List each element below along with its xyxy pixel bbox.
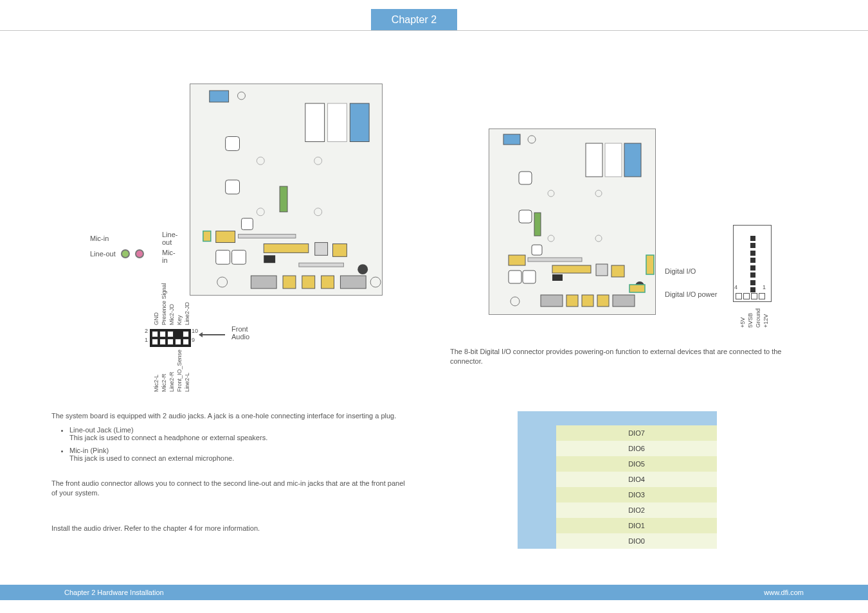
- svg-rect-36: [519, 172, 532, 184]
- pink-jack-icon: [135, 249, 144, 258]
- svg-point-1: [238, 92, 246, 100]
- line-out-jack-title: Line-out Jack (Lime): [69, 426, 134, 434]
- pin-label-mic2r: Mic2-R: [161, 374, 167, 393]
- table-cell: [518, 472, 556, 487]
- front-audio-pin-header: [150, 329, 191, 347]
- pin-num-10: 10: [192, 328, 198, 334]
- table-cell: DIO1: [556, 518, 717, 533]
- motherboard-diagram-left: [190, 84, 383, 296]
- pin4-label-1: 1: [763, 284, 766, 290]
- svg-rect-14: [239, 235, 296, 238]
- svg-rect-9: [280, 186, 287, 212]
- line-out-jack-body: This jack is used to connect a headphone…: [69, 434, 411, 441]
- table-cell: [518, 518, 556, 533]
- svg-rect-60: [629, 285, 645, 292]
- divider: [0, 30, 868, 31]
- pin-label-gnd: GND: [153, 312, 159, 325]
- svg-point-32: [528, 136, 536, 143]
- svg-rect-30: [203, 231, 211, 242]
- svg-point-37: [548, 190, 554, 197]
- table-cell: DIO0: [556, 533, 717, 549]
- pin-label-key: Key: [176, 315, 183, 325]
- pin4-label-4: 4: [734, 284, 737, 290]
- pin-label-presence: Presence Signal: [161, 283, 167, 325]
- table-cell: DIO6: [556, 441, 717, 456]
- svg-rect-35: [624, 143, 641, 177]
- right-column: Digital I/O Digital I/O power 4 1 +5V 5V…: [450, 129, 810, 366]
- svg-rect-49: [611, 265, 624, 277]
- digital-io-paragraph: The 8-bit Digital I/O connector provides…: [450, 347, 810, 366]
- svg-rect-22: [232, 250, 246, 264]
- svg-rect-4: [350, 103, 369, 142]
- svg-point-10: [257, 208, 264, 216]
- front-audio-paragraph: The front audio connector allows you to …: [51, 479, 411, 498]
- svg-rect-45: [528, 258, 582, 262]
- power-pin-ground: Ground: [755, 308, 761, 328]
- svg-rect-15: [264, 244, 309, 253]
- svg-rect-19: [299, 263, 344, 267]
- digital-io-power-pinheader: [736, 293, 765, 299]
- svg-rect-40: [534, 213, 541, 236]
- table-cell: [518, 456, 556, 472]
- digital-io-connector-detail: [733, 225, 772, 302]
- svg-rect-53: [541, 295, 563, 306]
- svg-rect-33: [586, 143, 602, 177]
- svg-point-28: [217, 277, 228, 287]
- table-header-pin: [518, 411, 556, 425]
- power-pin-5vsb: 5VSB: [747, 313, 754, 328]
- footer-right: www.dfi.com: [764, 589, 804, 596]
- chapter-tab: Chapter 2: [371, 9, 457, 31]
- svg-rect-52: [523, 271, 536, 283]
- svg-point-7: [314, 157, 322, 164]
- svg-rect-54: [566, 295, 578, 306]
- lime-jack-icon: [121, 249, 130, 258]
- svg-point-11: [314, 208, 322, 216]
- pin-label-mic2jd: Mic2-JD: [168, 304, 175, 325]
- svg-point-42: [595, 235, 602, 242]
- table-cell: [518, 487, 556, 502]
- page: Chapter 2: [0, 0, 868, 613]
- svg-rect-27: [340, 276, 366, 289]
- pin-label-line2r: Line2-R: [168, 371, 175, 392]
- pin-label-fiosense: Front_IO_Sense: [176, 350, 183, 392]
- svg-rect-25: [302, 276, 315, 289]
- digital-io-power-label: Digital I/O power: [665, 290, 717, 298]
- table-cell: [518, 425, 556, 441]
- svg-rect-8: [226, 180, 240, 194]
- table-cell: DIO4: [556, 472, 717, 487]
- pin-label-line2jd: Line2-JD: [184, 302, 190, 325]
- footer-left: Chapter 2 Hardware Installation: [64, 589, 164, 596]
- svg-rect-17: [315, 242, 328, 255]
- svg-rect-3: [328, 103, 347, 142]
- table-cell: DIO3: [556, 487, 717, 502]
- pin-num-9: 9: [192, 337, 195, 343]
- svg-point-6: [257, 157, 264, 164]
- pin-num-1: 1: [145, 337, 148, 343]
- svg-rect-26: [321, 276, 334, 289]
- svg-rect-12: [241, 218, 253, 230]
- svg-rect-24: [283, 276, 296, 289]
- svg-rect-13: [216, 231, 235, 243]
- pin-label-mic2l: Mic2-L: [153, 375, 159, 392]
- line-out-label-left: Line-out: [90, 250, 116, 258]
- pin-num-2: 2: [145, 328, 148, 334]
- table-cell: [518, 533, 556, 549]
- driver-paragraph: Install the audio driver. Refer to the c…: [51, 524, 411, 533]
- table-header-fn: [556, 411, 717, 425]
- mic-in-label-right: Mic-in: [162, 249, 176, 264]
- left-column: Mic-in Line-out Line-out Mic-in 2 1 10 9…: [51, 84, 411, 533]
- mic-in-jack-title: Mic-in (Pink): [69, 447, 109, 454]
- svg-rect-56: [597, 295, 609, 306]
- digital-io-label: Digital I/O: [665, 267, 696, 275]
- svg-rect-47: [552, 274, 563, 281]
- svg-rect-59: [646, 255, 654, 274]
- svg-rect-46: [552, 265, 591, 273]
- audio-jack-callouts: Mic-in Line-out Line-out Mic-in: [90, 232, 144, 260]
- svg-rect-0: [210, 91, 229, 102]
- svg-rect-23: [251, 276, 276, 289]
- mic-in-jack-body: This jack is used to connect an external…: [69, 454, 411, 462]
- audio-jack-list: Line-out Jack (Lime) This jack is used t…: [69, 426, 411, 462]
- svg-point-20: [357, 264, 368, 274]
- power-pin-12v: +12V: [763, 314, 769, 328]
- mic-in-label-top: Mic-in: [90, 235, 109, 242]
